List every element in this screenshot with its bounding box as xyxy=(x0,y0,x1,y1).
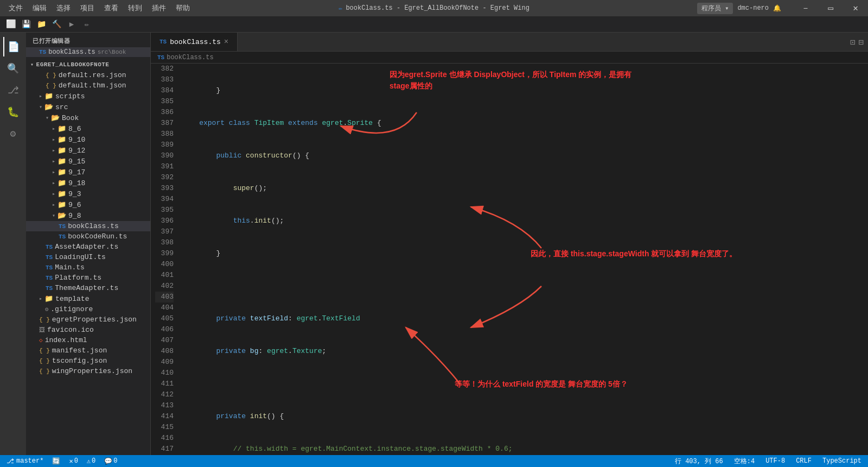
sidebar-item-bookcoderun-ts[interactable]: TS bookCodeRun.ts xyxy=(26,231,150,242)
arrow-c5: ▸ xyxy=(52,169,55,175)
menu-item-select[interactable]: 选择 xyxy=(52,1,75,15)
folder-open-icon: 📂 xyxy=(44,103,53,111)
toolbar-new[interactable]: ⬜ xyxy=(4,18,17,31)
tab-bar: TS bookClass.ts × ⊡ ⊟ xyxy=(151,33,868,52)
menu-item-view[interactable]: 查看 xyxy=(100,1,123,15)
sidebar-item-manifest[interactable]: { } manifest.json xyxy=(26,345,150,356)
ts-icon3: TS xyxy=(46,244,53,250)
cursor-position[interactable]: 行 403, 列 66 xyxy=(673,457,725,466)
sidebar-item-9-15[interactable]: ▸ 📁 9_15 xyxy=(26,156,150,167)
sidebar-item-template[interactable]: ▸ 📁 template xyxy=(26,293,150,304)
sidebar-item-9-3[interactable]: ▸ 📁 9_3 xyxy=(26,188,150,199)
spaces-indicator[interactable]: 空格:4 xyxy=(732,457,757,466)
code-editor[interactable]: 因为egret.Sprite 也继承 DisplayObject，所以 TipI… xyxy=(151,64,868,455)
menu-item-goto[interactable]: 转到 xyxy=(124,1,146,15)
menu-item-help[interactable]: 帮助 xyxy=(171,1,194,15)
sidebar-item-9-8[interactable]: ▾ 📂 9_8 xyxy=(26,210,150,221)
close-button[interactable]: ✕ xyxy=(843,0,868,16)
label: .gitignore xyxy=(50,305,93,313)
activity-debug[interactable]: 🐛 xyxy=(3,102,23,122)
sidebar-item-scripts[interactable]: ▸ 📁 scripts xyxy=(26,91,150,102)
sidebar-item-gitignore[interactable]: ▸ ⚙ .gitignore xyxy=(26,304,150,314)
notification-icon[interactable]: 🔔 xyxy=(773,4,781,12)
sidebar-item-bookclass-ts[interactable]: TS bookClass.ts xyxy=(26,221,150,231)
line-389: private textField: egret.TextField xyxy=(182,313,864,324)
activity-search[interactable]: 🔍 xyxy=(3,59,23,78)
line-ending-indicator[interactable]: CRLF xyxy=(794,457,814,465)
label: egretProperties.json xyxy=(52,315,137,324)
menu-item-file[interactable]: 文件 xyxy=(4,1,27,15)
encoding-indicator[interactable]: UTF-8 xyxy=(763,457,787,465)
activity-git[interactable]: ⎇ xyxy=(3,80,23,100)
branch-name: master* xyxy=(16,457,43,465)
sidebar-item-themeadapter[interactable]: TS ThemeAdapter.ts xyxy=(26,283,150,293)
folder-icon3: 📁 xyxy=(58,124,66,133)
tab-bookclass[interactable]: TS bookClass.ts × xyxy=(151,33,238,51)
activity-extensions[interactable]: ⚙ xyxy=(3,124,23,143)
project-header[interactable]: ▾ EGRET_ALLBOOKOFNOTE xyxy=(26,57,150,70)
arrow-c2: ▸ xyxy=(52,136,55,143)
menu-item-project[interactable]: 项目 xyxy=(76,1,99,15)
sidebar-item-tsconfig[interactable]: { } tsconfig.json xyxy=(26,356,150,366)
error-icon: ✕ xyxy=(69,457,73,465)
layout-button[interactable]: ⊟ xyxy=(858,37,864,48)
menu-item-edit[interactable]: 编辑 xyxy=(28,1,51,15)
sidebar-item-default-res[interactable]: { } default.res.json xyxy=(26,70,150,80)
tab-close-button[interactable]: × xyxy=(224,37,228,46)
toolbar-debug[interactable]: ✏️ xyxy=(80,18,93,31)
sidebar-item-8-6[interactable]: ▸ 📁 8_6 xyxy=(26,123,150,134)
git-branch[interactable]: ⎇ master* xyxy=(4,457,46,465)
code-content: 382 383 384 385 386 387 388 389 390 391 … xyxy=(151,64,868,455)
ts-icon5: TS xyxy=(46,264,53,271)
editor-area: TS bookClass.ts × ⊡ ⊟ TS bookClass.ts xyxy=(151,33,868,455)
activity-explorer[interactable]: 📄 xyxy=(3,37,23,56)
maximize-button[interactable]: ▭ xyxy=(818,0,843,16)
open-file-bookclass[interactable]: TS bookClass.ts src\Book xyxy=(26,47,150,57)
split-editor-button[interactable]: ⊡ xyxy=(850,37,856,48)
sidebar-item-egretprops[interactable]: { } egretProperties.json xyxy=(26,314,150,325)
sidebar-item-9-17[interactable]: ▸ 📁 9_17 xyxy=(26,167,150,178)
toolbar-build[interactable]: 🔨 xyxy=(50,18,63,31)
message-icon: 💬 xyxy=(104,457,112,465)
folder-icon11: 📁 xyxy=(44,294,53,303)
sidebar-item-assetadapter[interactable]: TS AssetAdapter.ts xyxy=(26,242,150,252)
window-controls: － ▭ ✕ xyxy=(793,0,868,16)
activity-bar: 📄 🔍 ⎇ 🐛 ⚙ xyxy=(0,33,26,455)
error-count[interactable]: ✕ 0 xyxy=(67,457,80,465)
sync-button[interactable]: 🔄 xyxy=(50,457,62,465)
sidebar-item-loadingui[interactable]: TS LoadingUI.ts xyxy=(26,252,150,262)
label: manifest.json xyxy=(52,346,107,355)
label: 9_3 xyxy=(68,190,81,198)
language-indicator[interactable]: TypeScript xyxy=(820,457,864,465)
label: 9_15 xyxy=(68,157,85,166)
message-count[interactable]: 💬 0 xyxy=(102,457,119,465)
menu-item-plugins[interactable]: 插件 xyxy=(148,1,170,15)
line-numbers: 382 383 384 385 386 387 388 389 390 391 … xyxy=(151,64,178,455)
sidebar-item-default-thm[interactable]: { } default.thm.json xyxy=(26,80,150,91)
sidebar-item-index-html[interactable]: ◇ index.html xyxy=(26,335,150,345)
toolbar-run[interactable]: ▶ xyxy=(65,18,78,31)
sidebar-item-9-6[interactable]: ▸ 📁 9_6 xyxy=(26,199,150,210)
sidebar-item-wingprops[interactable]: { } wingProperties.json xyxy=(26,366,150,376)
label: default.res.json xyxy=(59,71,126,79)
json-icon3: { } xyxy=(39,317,50,323)
sidebar-item-favicon[interactable]: 🖼 favicon.ico xyxy=(26,325,150,335)
minimize-button[interactable]: － xyxy=(793,0,818,16)
sidebar-item-book[interactable]: ▾ 📂 Book xyxy=(26,112,150,123)
status-right: 行 403, 列 66 空格:4 UTF-8 CRLF TypeScript xyxy=(673,457,864,466)
label: AssetAdapter.ts xyxy=(55,243,118,251)
sidebar-item-src[interactable]: ▾ 📂 src xyxy=(26,102,150,112)
ts-icon1: TS xyxy=(59,223,66,230)
sidebar-item-platform[interactable]: TS Platform.ts xyxy=(26,273,150,283)
sidebar-item-main[interactable]: TS Main.ts xyxy=(26,262,150,273)
folder-icon5: 📁 xyxy=(58,146,66,155)
sidebar-item-9-18[interactable]: ▸ 📁 9_18 xyxy=(26,178,150,188)
position-text: 行 403, 列 66 xyxy=(675,458,723,465)
sidebar-item-9-10[interactable]: ▸ 📁 9_10 xyxy=(26,134,150,145)
arrow-open: ▾ xyxy=(39,104,42,110)
warning-count[interactable]: ⚠ 0 xyxy=(85,457,98,465)
file-icon2: 🖼 xyxy=(39,326,45,333)
toolbar-save-all[interactable]: 📁 xyxy=(35,18,48,31)
toolbar-open[interactable]: 💾 xyxy=(20,18,33,31)
sidebar-item-9-12[interactable]: ▸ 📁 9_12 xyxy=(26,145,150,156)
